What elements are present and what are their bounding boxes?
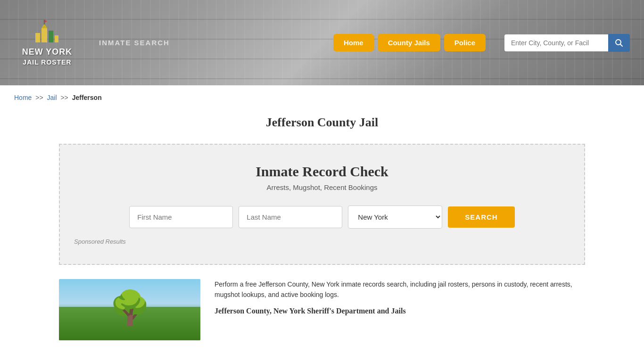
svg-marker-6 — [45, 20, 48, 23]
breadcrumb-home[interactable]: Home — [14, 94, 32, 101]
logo-icon — [33, 19, 61, 45]
site-header: NEW YORK JAIL ROSTER INMATE SEARCH Home … — [0, 0, 644, 85]
main-nav: Home County Jails Police — [333, 34, 486, 51]
nav-police-button[interactable]: Police — [444, 34, 486, 51]
svg-line-8 — [620, 44, 623, 46]
sponsored-results: Sponsored Results — [74, 238, 570, 245]
logo[interactable]: NEW YORK JAIL ROSTER — [14, 19, 80, 66]
nav-county-jails-button[interactable]: County Jails — [378, 34, 440, 51]
intro-paragraph: Perform a free Jefferson County, New Yor… — [215, 279, 585, 300]
svg-rect-2 — [49, 31, 53, 42]
record-check-form: New York Alabama California Florida Texa… — [74, 206, 570, 229]
inmate-search-label: INMATE SEARCH — [99, 39, 170, 47]
page-title: Jefferson County Jail — [0, 106, 644, 144]
record-check-title: Inmate Record Check — [74, 164, 570, 180]
breadcrumb-jail[interactable]: Jail — [47, 94, 57, 101]
svg-rect-1 — [41, 28, 47, 42]
record-search-button[interactable]: SEARCH — [448, 206, 514, 228]
nav-home-button[interactable]: Home — [333, 34, 374, 51]
header-search-input[interactable] — [504, 34, 608, 51]
header-search — [504, 34, 630, 52]
record-check-section: Inmate Record Check Arrests, Mugshot, Re… — [59, 144, 585, 265]
bottom-section: Perform a free Jefferson County, New Yor… — [59, 279, 585, 340]
svg-rect-0 — [35, 33, 40, 42]
dept-heading: Jefferson County, New York Sheriff's Dep… — [215, 307, 585, 315]
logo-text: NEW YORK JAIL ROSTER — [22, 47, 73, 66]
breadcrumb-sep1: >> — [35, 94, 43, 101]
first-name-input[interactable] — [129, 206, 233, 228]
svg-rect-5 — [44, 20, 45, 25]
search-icon — [615, 39, 623, 47]
bottom-text: Perform a free Jefferson County, New Yor… — [215, 279, 585, 315]
breadcrumb-current: Jefferson — [72, 94, 102, 101]
svg-rect-4 — [55, 35, 58, 42]
breadcrumb: Home >> Jail >> Jefferson — [0, 85, 644, 106]
county-image — [59, 279, 200, 340]
state-select[interactable]: New York Alabama California Florida Texa… — [348, 206, 442, 229]
last-name-input[interactable] — [239, 206, 342, 228]
record-check-subtitle: Arrests, Mugshot, Recent Bookings — [74, 183, 570, 191]
breadcrumb-sep2: >> — [60, 94, 68, 101]
header-search-button[interactable] — [608, 34, 630, 52]
